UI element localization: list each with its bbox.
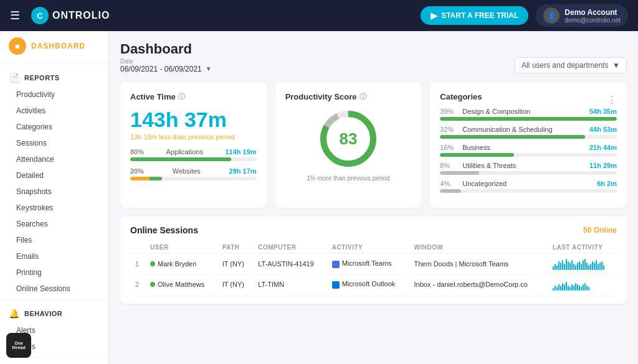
stats-row: Active Time ⓘ 143h 37m 13h 18m less than… bbox=[120, 82, 627, 208]
column-header: USER bbox=[145, 241, 217, 254]
category-row: 39% Design & Composition 54h 35m bbox=[440, 108, 617, 121]
date-selector[interactable]: 06/09/2021 - 06/09/2021 ▼ bbox=[120, 65, 212, 73]
sidebar-item-searches[interactable]: Searches bbox=[0, 216, 108, 232]
sidebar-item-productivity[interactable]: Productivity bbox=[0, 86, 108, 103]
category-row: 4% Uncategorized 6h 2m bbox=[440, 180, 617, 193]
sidebar-item-categories[interactable]: Categories bbox=[0, 119, 108, 135]
category-row: 16% Business 21h 44m bbox=[440, 144, 617, 157]
category-row: 32% Communication & Scheduling 44h 53m bbox=[440, 126, 617, 139]
sessions-header-row: USERPATHCOMPUTERACTIVITYWINDOWLAST ACTIV… bbox=[130, 241, 617, 254]
websites-label: Websites bbox=[173, 167, 201, 175]
sidebar-item-attendance[interactable]: Attendance bbox=[0, 151, 108, 167]
donut-chart: 83 bbox=[317, 108, 379, 170]
user-info: Demo Account demo@controlio.net bbox=[564, 8, 621, 24]
user-status-dot bbox=[150, 282, 155, 287]
table-row: 1 Mark Bryden IT (NY) LT-AUSTIN-41419 Mi… bbox=[130, 254, 617, 274]
sidebar-item-detailed[interactable]: Detailed bbox=[0, 167, 108, 184]
sparkline-chart bbox=[553, 258, 612, 270]
column-header: COMPUTER bbox=[253, 241, 326, 254]
reports-label: REPORTS bbox=[24, 74, 60, 82]
page-title: Dashboard bbox=[120, 41, 192, 57]
page-date-row: Date 06/09/2021 - 06/09/2021 ▼ All users… bbox=[120, 57, 627, 73]
dashboard-label: DASHBOARD bbox=[31, 42, 85, 50]
main-content: Dashboard Date 06/09/2021 - 06/09/2021 ▼… bbox=[109, 31, 638, 364]
date-label: Date bbox=[120, 58, 212, 65]
column-header: LAST ACTIVITY bbox=[548, 241, 617, 254]
user-name: Demo Account bbox=[564, 8, 621, 17]
sidebar-item-dashboard[interactable]: ■ DASHBOARD bbox=[0, 31, 108, 61]
behavior-section-header: 🔔 BEHAVIOR bbox=[0, 302, 108, 322]
active-time-info-icon: ⓘ bbox=[178, 92, 185, 101]
reports-section-header: 📄 REPORTS bbox=[0, 67, 108, 86]
sidebar-item-keystrokes[interactable]: Keystrokes bbox=[0, 200, 108, 216]
main-layout: ■ DASHBOARD 📄 REPORTS Productivity Activ… bbox=[0, 31, 638, 364]
sidebar: ■ DASHBOARD 📄 REPORTS Productivity Activ… bbox=[0, 31, 109, 364]
categories-menu-icon[interactable]: ⋮ bbox=[607, 94, 617, 106]
websites-progress: 20% Websites 29h 17m bbox=[130, 167, 257, 180]
apps-bar-fill bbox=[130, 157, 231, 161]
websites-bar-fill bbox=[130, 177, 162, 180]
sessions-table: USERPATHCOMPUTERACTIVITYWINDOWLAST ACTIV… bbox=[130, 241, 617, 295]
hamburger-menu[interactable]: ☰ bbox=[10, 9, 20, 22]
apps-label: Applications bbox=[166, 148, 203, 156]
dashboard-icon: ■ bbox=[9, 37, 26, 55]
categories-list: 39% Design & Composition 54h 35m 32% Com… bbox=[440, 108, 617, 193]
productivity-sub: 1% more than previous period bbox=[307, 175, 389, 182]
apps-progress: 80% Applications 114h 19m bbox=[130, 148, 257, 161]
activity-icon bbox=[332, 261, 340, 268]
date-filter: Date 06/09/2021 - 06/09/2021 ▼ bbox=[120, 58, 212, 73]
activity-icon bbox=[332, 281, 340, 289]
active-time-value: 143h 37m bbox=[130, 108, 257, 132]
sessions-body: 1 Mark Bryden IT (NY) LT-AUSTIN-41419 Mi… bbox=[130, 254, 617, 295]
column-header: PATH bbox=[217, 241, 253, 254]
apps-value: 114h 19m bbox=[225, 148, 256, 156]
categories-card: Categories ⋮ 39% Design & Composition 54… bbox=[430, 82, 627, 208]
donut-wrap: 83 1% more than previous period bbox=[285, 108, 412, 182]
system-section-header: ⚙ SYSTEM bbox=[0, 360, 108, 364]
column-header bbox=[130, 241, 145, 254]
sidebar-item-emails[interactable]: Emails bbox=[0, 248, 108, 264]
user-email: demo@controlio.net bbox=[564, 17, 621, 24]
productivity-card: Productivity Score ⓘ bbox=[275, 82, 422, 208]
sidebar-item-activities[interactable]: Activities bbox=[0, 103, 108, 119]
websites-bar-bg bbox=[130, 177, 257, 180]
websites-value: 29h 17m bbox=[229, 167, 257, 175]
apps-bar-bg bbox=[130, 157, 257, 161]
trial-icon: ▶ bbox=[431, 11, 437, 21]
apps-pct: 80% bbox=[130, 148, 144, 156]
behavior-label: BEHAVIOR bbox=[24, 310, 62, 317]
logo-text: ONTROLIO bbox=[52, 10, 110, 21]
sidebar-item-snapshots[interactable]: Snapshots bbox=[0, 184, 108, 200]
top-navigation: ☰ C ONTROLIO ▶ START A FREE TRIAL 👤 Demo… bbox=[0, 0, 638, 31]
sidebar-item-sessions[interactable]: Sessions bbox=[0, 135, 108, 151]
active-time-card: Active Time ⓘ 143h 37m 13h 18m less than… bbox=[120, 82, 267, 208]
sidebar-item-online-sessions[interactable]: Online Sessions bbox=[0, 281, 108, 297]
user-status-dot bbox=[150, 261, 155, 266]
divider-1 bbox=[0, 63, 108, 64]
online-badge: 50 Online bbox=[583, 226, 617, 235]
avatar: 👤 bbox=[543, 7, 559, 24]
sidebar-item-printing[interactable]: Printing bbox=[0, 264, 108, 281]
nav-actions: ▶ START A FREE TRIAL 👤 Demo Account demo… bbox=[421, 4, 628, 27]
sparkline-chart bbox=[553, 278, 612, 291]
productivity-title: Productivity Score ⓘ bbox=[285, 92, 412, 101]
date-value: 06/09/2021 - 06/09/2021 bbox=[120, 65, 202, 73]
dept-chevron-icon: ▼ bbox=[612, 61, 620, 70]
date-chevron-icon: ▼ bbox=[206, 65, 212, 72]
dept-selector[interactable]: All users and departments ▼ bbox=[515, 57, 627, 73]
onethread-logo: Onethread bbox=[6, 333, 31, 358]
user-account-menu[interactable]: 👤 Demo Account demo@controlio.net bbox=[536, 4, 628, 27]
sessions-header: Online Sessions 50 Online bbox=[130, 225, 617, 235]
column-header: WINDOW bbox=[409, 241, 548, 254]
sidebar-item-files[interactable]: Files bbox=[0, 232, 108, 248]
online-sessions-card: Online Sessions 50 Online USERPATHCOMPUT… bbox=[120, 217, 627, 304]
categories-title: Categories bbox=[440, 92, 482, 101]
sessions-title: Online Sessions bbox=[130, 225, 198, 235]
trial-button[interactable]: ▶ START A FREE TRIAL bbox=[421, 6, 528, 25]
productivity-info-icon: ⓘ bbox=[359, 92, 366, 101]
active-time-sub: 13h 18m less than previous period bbox=[130, 133, 257, 141]
logo-area: ☰ C ONTROLIO bbox=[10, 7, 421, 24]
table-row: 2 Olive Matthews IT (NY) LT-TIMN Microso… bbox=[130, 274, 617, 295]
categories-header: Categories ⋮ bbox=[440, 92, 617, 108]
category-row: 8% Utilities & Threats 11h 29m bbox=[440, 162, 617, 175]
